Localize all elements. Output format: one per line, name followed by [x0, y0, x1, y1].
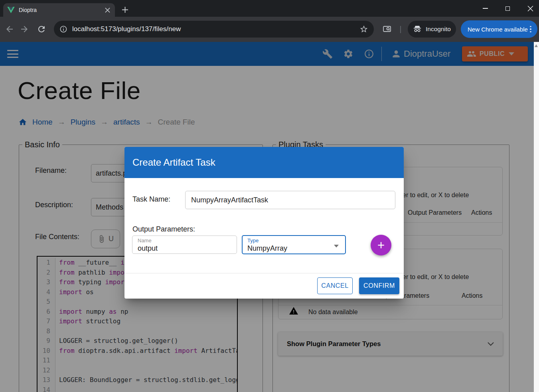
window-maximize-button[interactable] [500, 0, 515, 17]
task-name-input[interactable]: NumpyArrayArtifactTask [185, 191, 395, 209]
scroll-up-arrow-icon[interactable] [535, 44, 538, 47]
address-bar[interactable]: localhost:5173/plugins/137/files/new [54, 21, 374, 38]
select-caret-icon[interactable] [334, 245, 339, 247]
dialog-footer-divider [124, 273, 404, 273]
tab-favicon-vue-icon [7, 7, 15, 14]
site-info-icon[interactable] [59, 25, 67, 33]
back-button-icon[interactable] [5, 24, 14, 34]
incognito-badge: Incognito [408, 21, 456, 38]
add-parameter-button[interactable]: + [371, 235, 391, 255]
task-name-value: NumpyArrayArtifactTask [191, 196, 268, 204]
forward-button-icon[interactable] [20, 24, 29, 34]
create-artifact-task-dialog: Create Artifact Task Task Name: NumpyArr… [124, 147, 404, 299]
incognito-label: Incognito [426, 26, 451, 33]
tab-title: Dioptra [19, 7, 104, 13]
app-viewport: DioptraUser PUBLIC Create File Home → Pl… [0, 42, 539, 392]
reload-button-icon[interactable] [37, 24, 46, 34]
side-search-icon[interactable] [382, 24, 392, 34]
url-text: localhost:5173/plugins/137/files/new [72, 25, 359, 33]
param-name-floating-label: Name [138, 238, 152, 244]
task-name-label: Task Name: [132, 195, 170, 204]
window-minimize-button[interactable] [477, 0, 493, 17]
dialog-header: Create Artifact Task [124, 147, 404, 178]
incognito-icon [413, 25, 422, 34]
param-type-floating-label: Type [247, 238, 259, 244]
browser-menu-icon[interactable] [528, 26, 533, 33]
page-scrollbar[interactable] [534, 42, 539, 392]
param-type-value: NumpyArray [247, 244, 287, 253]
bookmark-star-icon[interactable] [359, 25, 368, 34]
tab-close-icon[interactable] [104, 6, 111, 14]
param-name-input[interactable]: Name output [132, 236, 237, 254]
param-name-value: output [138, 244, 158, 253]
new-tab-button[interactable] [120, 4, 130, 15]
plus-icon: + [377, 239, 385, 251]
dialog-title: Create Artifact Task [132, 147, 215, 178]
browser-window: Dioptra localhost:5173/plugins/1 [0, 0, 539, 392]
confirm-button[interactable]: CONFIRM [359, 277, 399, 294]
param-type-select[interactable]: Type NumpyArray [242, 235, 346, 254]
browser-tab[interactable]: Dioptra [3, 3, 115, 17]
browser-tab-bar: Dioptra [0, 0, 539, 17]
output-parameters-label: Output Parameters: [132, 225, 195, 234]
chrome-update-label: New Chrome available [468, 26, 528, 33]
toolbar-divider [400, 26, 401, 33]
cancel-button[interactable]: CANCEL [317, 277, 353, 294]
browser-toolbar: localhost:5173/plugins/137/files/new Inc… [0, 17, 539, 42]
chrome-update-button[interactable]: New Chrome available [461, 20, 537, 38]
window-close-button[interactable] [522, 0, 539, 17]
